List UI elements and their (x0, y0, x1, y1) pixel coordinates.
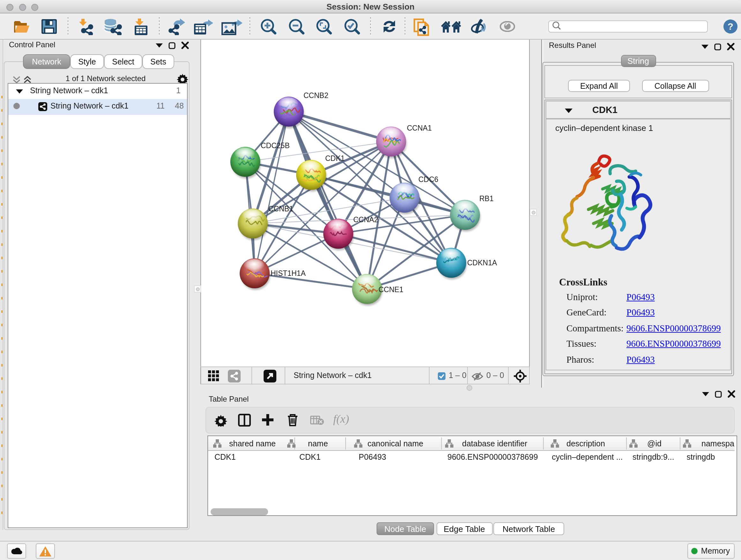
svg-text:CDC6: CDC6 (418, 175, 439, 184)
svg-text:name: name (308, 439, 328, 448)
svg-text:canonical name: canonical name (367, 439, 423, 448)
svg-text:stringdb:9...: stringdb:9... (632, 452, 674, 461)
svg-text:P06493: P06493 (359, 452, 386, 461)
svg-text:description: description (566, 439, 605, 448)
svg-text:namespace: namespace (701, 439, 735, 448)
svg-text:9606.ENSP00000378699: 9606.ENSP00000378699 (448, 452, 538, 461)
svg-text:CDC25B: CDC25B (261, 141, 290, 150)
svg-text:CCNA1: CCNA1 (407, 124, 432, 132)
svg-text:?: ? (728, 21, 733, 32)
svg-text:stringdb: stringdb (686, 452, 715, 461)
svg-text:RB1: RB1 (479, 194, 494, 203)
svg-text:CCNE1: CCNE1 (379, 286, 403, 294)
svg-text:CDK1: CDK1 (325, 154, 345, 163)
svg-text:cyclin–dependent ...: cyclin–dependent ... (552, 452, 623, 461)
svg-text:CCNB2: CCNB2 (304, 91, 328, 100)
svg-text:CCNA2: CCNA2 (353, 215, 378, 224)
svg-text:CDK1: CDK1 (299, 452, 321, 461)
svg-text:CDK1: CDK1 (214, 452, 236, 461)
svg-text:HIST1H1A: HIST1H1A (271, 269, 306, 277)
svg-text:database identifier: database identifier (462, 439, 527, 448)
svg-text:CCNB1: CCNB1 (268, 205, 293, 213)
svg-text:@id: @id (647, 439, 662, 448)
svg-text:shared name: shared name (229, 439, 276, 448)
svg-text:CDKN1A: CDKN1A (467, 259, 497, 267)
